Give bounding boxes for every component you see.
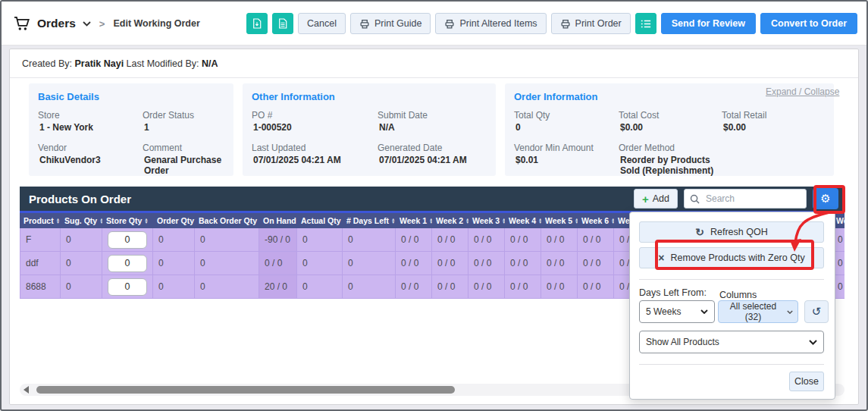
gear-icon[interactable]: ⚙: [813, 188, 838, 209]
table-cell: 0: [195, 228, 259, 252]
order-list-button[interactable]: [635, 13, 656, 34]
table-cell: 0 / 0: [578, 275, 614, 299]
column-header-on-hand[interactable]: On Hand▲▼: [259, 213, 297, 228]
table-cell: 0 / 0: [432, 275, 468, 299]
column-header-order-qty[interactable]: Order Qty▲▼: [153, 213, 195, 228]
table-cell: 0 / 0: [541, 275, 578, 299]
column-header-week-1[interactable]: Week 1▲▼: [396, 213, 432, 228]
table-cell: 0: [61, 252, 102, 275]
chevron-down-icon[interactable]: [83, 21, 91, 27]
basic-field: VendorChikuVendor3: [38, 143, 136, 176]
search-input[interactable]: [704, 193, 801, 205]
close-button[interactable]: Close: [789, 372, 824, 391]
print-guide-button[interactable]: Print Guide: [350, 13, 431, 34]
expand-collapse-link[interactable]: Expand / Collapse: [766, 86, 839, 97]
store-qty-input[interactable]: [108, 278, 147, 296]
print-guide-label: Print Guide: [374, 18, 422, 29]
column-header-back-order-qty[interactable]: Back Order Qty▼: [195, 213, 259, 228]
plus-icon: +: [642, 193, 649, 205]
column-header-week-2[interactable]: Week 2▲▼: [432, 213, 468, 228]
chevron-down-icon: [809, 340, 817, 345]
column-header-actual-qty[interactable]: Actual Qty▲▼: [297, 213, 343, 228]
table-cell: -90 / 0: [259, 228, 297, 252]
show-products-value: Show All Products: [646, 337, 719, 347]
convert-to-order-button[interactable]: Convert to Order: [760, 13, 857, 34]
table-cell: 0 / 0: [505, 275, 541, 299]
columns-label: Columns: [719, 290, 757, 300]
other-field: PO #1-000520: [252, 110, 371, 133]
table-cell: 8688: [20, 275, 61, 299]
table-cell: 20 / 0: [259, 275, 297, 299]
remove-zero-qty-label: Remove Products with Zero Qty: [671, 253, 805, 263]
remove-zero-qty-button[interactable]: × Remove Products with Zero Qty: [639, 247, 824, 268]
breadcrumb-separator: >: [99, 18, 105, 30]
table-cell: 0: [343, 228, 396, 252]
send-for-review-label: Send for Review: [672, 18, 745, 29]
table-cell: 0 / 0: [541, 228, 578, 252]
file-arrow-icon: [252, 18, 262, 29]
show-products-select[interactable]: Show All Products: [639, 331, 824, 353]
table-cell: 0: [153, 275, 195, 299]
file-lines-icon: [278, 18, 287, 29]
send-for-review-button[interactable]: Send for Review: [661, 13, 756, 34]
table-cell: 0: [297, 252, 343, 275]
column-header-store-qty[interactable]: Store Qty▲▼: [102, 213, 153, 228]
other-field: Submit DateN/A: [378, 110, 487, 133]
days-left-select[interactable]: 5 Weeks: [639, 300, 715, 323]
print-altered-items-button[interactable]: Print Altered Items: [435, 13, 546, 34]
columns-selected-value: All selected (32): [723, 301, 783, 322]
refresh-qoh-button[interactable]: ↻ Refresh QOH: [639, 221, 824, 243]
table-cell: 0 / 0: [578, 228, 614, 252]
table-cell: 0 / 0: [259, 252, 297, 275]
order-field: Order MethodReorder by Products Sold (Re…: [619, 143, 716, 176]
cart-icon: [14, 16, 30, 31]
store-qty-input[interactable]: [108, 255, 147, 272]
created-by-row: Created By: Pratik Nayi Last Modified By…: [10, 49, 858, 78]
reset-columns-button[interactable]: ↺: [804, 300, 829, 323]
column-header-sug-qty[interactable]: Sug. Qty▲▼: [61, 213, 102, 228]
other-information-title: Other Information: [252, 91, 487, 102]
table-cell: 0 / 0: [396, 252, 432, 275]
export-file-button[interactable]: [246, 13, 268, 34]
table-cell: [102, 228, 153, 252]
other-field: Generated Date07/01/2025 04:21 AM: [378, 143, 487, 165]
column-header-week-5[interactable]: Week 5▲▼: [541, 213, 578, 228]
app-window: Orders > Edit Working Order Cancel Prin: [0, 0, 868, 411]
table-cell: 0 / 0: [396, 275, 432, 299]
search-box: [684, 189, 807, 209]
add-product-button[interactable]: + Add: [634, 189, 678, 209]
table-cell: 0 / 0: [432, 252, 468, 275]
table-cell: 0 / 0: [396, 228, 432, 252]
table-cell: 0 / 0: [468, 252, 505, 275]
order-field: Vendor Min Amount$0.01: [514, 143, 613, 176]
column-header--days-left[interactable]: # Days Left▲▼: [343, 213, 396, 228]
add-label: Add: [653, 193, 669, 204]
scroll-left-arrow-icon[interactable]: [24, 386, 29, 394]
nav-orders[interactable]: Orders: [37, 17, 76, 30]
convert-to-order-label: Convert to Order: [771, 18, 847, 29]
days-left-value: 5 Weeks: [646, 306, 681, 317]
print-order-button[interactable]: Print Order: [551, 13, 631, 34]
table-cell: [102, 252, 153, 275]
column-header-week-4[interactable]: Week 4▲▼: [505, 213, 541, 228]
scrollbar-thumb[interactable]: [36, 386, 455, 394]
cancel-button[interactable]: Cancel: [298, 13, 346, 34]
column-header-week-3[interactable]: Week 3▲▼: [468, 213, 505, 228]
print-order-label: Print Order: [575, 18, 622, 29]
printer-icon: [359, 19, 370, 29]
table-cell: 0: [195, 252, 259, 275]
toolbar: Cancel Print Guide Print Altered Items P…: [246, 13, 857, 34]
table-cell: 0: [343, 252, 396, 275]
store-qty-input[interactable]: [108, 231, 147, 249]
document-button[interactable]: [272, 13, 293, 34]
search-icon: [690, 194, 700, 204]
page-title: Edit Working Order: [113, 18, 199, 29]
table-cell: 0 / 0: [468, 275, 505, 299]
table-cell: 0: [297, 275, 343, 299]
column-header-product[interactable]: Product▲▼: [20, 213, 61, 228]
column-header-week-6[interactable]: Week 6▲▼: [578, 213, 614, 228]
basic-details-title: Basic Details: [38, 91, 224, 102]
created-by-label: Created By:: [22, 58, 72, 69]
order-information-panel: Order Information Total Qty0Total Cost$0…: [505, 83, 834, 176]
columns-select-button[interactable]: All selected (32): [718, 300, 798, 323]
